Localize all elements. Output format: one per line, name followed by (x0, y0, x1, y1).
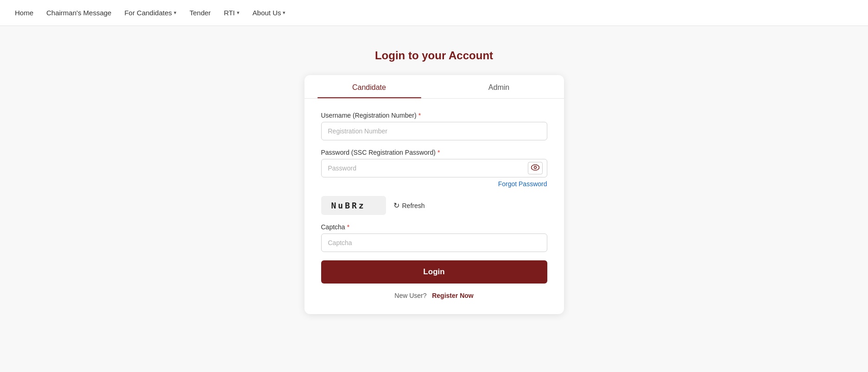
svg-point-1 (534, 166, 536, 169)
password-label: Password (SSC Registration Password) * (321, 149, 547, 156)
register-now-link[interactable]: Register Now (432, 292, 473, 299)
chevron-down-icon: ▾ (174, 10, 177, 16)
nav-tender[interactable]: Tender (190, 9, 211, 17)
refresh-icon: ↻ (393, 201, 399, 210)
password-wrapper (321, 159, 547, 177)
refresh-captcha-button[interactable]: ↻ Refresh (393, 201, 425, 210)
username-input[interactable] (321, 122, 547, 140)
chevron-down-icon: ▾ (283, 10, 285, 16)
nav-rti[interactable]: RTI ▾ (224, 9, 240, 17)
nav-home[interactable]: Home (15, 9, 33, 17)
captcha-image: NuBRz (321, 196, 386, 215)
nav-about-us[interactable]: About Us ▾ (253, 9, 286, 17)
captcha-display-row: NuBRz ↻ Refresh (321, 196, 547, 215)
tab-bar: Candidate Admin (304, 75, 564, 99)
tab-admin[interactable]: Admin (434, 75, 564, 98)
tab-candidate[interactable]: Candidate (304, 75, 434, 98)
main-content: Login to your Account Candidate Admin Us… (0, 26, 868, 314)
captcha-input[interactable] (321, 233, 547, 252)
nav-chairmans-message[interactable]: Chairman's Message (46, 9, 111, 17)
login-card: Candidate Admin Username (Registration N… (304, 75, 564, 314)
forgot-password-link[interactable]: Forgot Password (498, 180, 547, 188)
login-form: Username (Registration Number) * Passwor… (304, 99, 564, 299)
required-star: * (347, 223, 349, 231)
register-row: New User? Register Now (321, 292, 547, 299)
nav-for-candidates[interactable]: For Candidates ▾ (124, 9, 177, 17)
forgot-password-row: Forgot Password (321, 180, 547, 188)
required-star: * (418, 112, 421, 119)
captcha-label: Captcha * (321, 223, 547, 231)
password-field-group: Password (SSC Registration Password) * (321, 149, 547, 188)
required-star: * (437, 149, 440, 156)
svg-point-0 (531, 165, 539, 170)
chevron-down-icon: ▾ (237, 10, 240, 16)
eye-icon (531, 164, 539, 172)
username-label: Username (Registration Number) * (321, 112, 547, 119)
username-field-group: Username (Registration Number) * (321, 112, 547, 140)
toggle-password-button[interactable] (528, 162, 543, 175)
captcha-field-group: Captcha * (321, 223, 547, 252)
password-input[interactable] (321, 159, 547, 177)
navbar: Home Chairman's Message For Candidates ▾… (0, 0, 868, 26)
login-button[interactable]: Login (321, 260, 547, 284)
page-title: Login to your Account (375, 49, 493, 62)
